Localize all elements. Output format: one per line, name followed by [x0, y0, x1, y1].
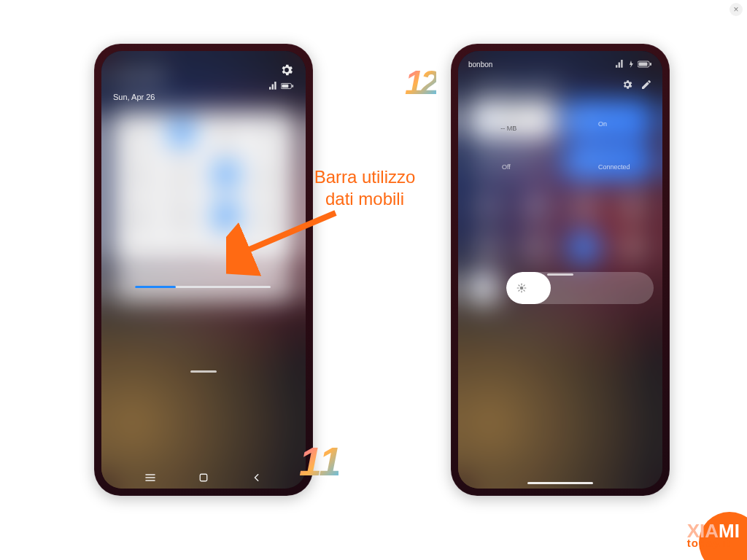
settings-icon[interactable]: [279, 63, 294, 77]
phone-frame-miui12: bonbon Control center Unknown data-- MBB…: [451, 44, 670, 496]
svg-line-36: [519, 290, 519, 291]
svg-rect-23: [200, 474, 206, 481]
miui11-badge: 11: [299, 438, 338, 485]
card-subtitle: Off: [502, 163, 535, 171]
annotation-label: Barra utilizzodati mobili: [285, 166, 445, 210]
screen-miui11: 6:19 Sun, Apr 26 Mobile dataXiaom…Flashl…: [101, 51, 306, 489]
slider-track[interactable]: [135, 286, 271, 288]
svg-line-35: [524, 290, 525, 291]
status-user-label: bonbon: [468, 61, 492, 69]
edit-icon[interactable]: [640, 79, 652, 90]
svg-rect-26: [650, 63, 651, 66]
shade-drag-handle[interactable]: [190, 370, 217, 373]
card-subtitle: Connected: [598, 163, 635, 171]
brightness-slider[interactable]: [506, 272, 654, 304]
status-icons-right: [616, 60, 652, 69]
cc-drag-handle[interactable]: [547, 273, 573, 276]
nav-home-icon[interactable]: [198, 472, 209, 483]
card-subtitle: On: [598, 120, 632, 128]
svg-point-29: [520, 287, 524, 290]
svg-rect-1: [282, 85, 288, 88]
close-icon[interactable]: ×: [729, 3, 743, 16]
nav-bar: [101, 472, 306, 483]
svg-line-37: [524, 285, 525, 286]
brightness-icon: [516, 283, 527, 293]
gesture-bar[interactable]: [527, 482, 593, 484]
miui12-badge: 12: [405, 63, 436, 102]
nav-back-icon[interactable]: [252, 472, 262, 483]
status-bar: bonbon: [458, 51, 662, 73]
nav-menu-icon[interactable]: [145, 472, 155, 483]
status-icons-right: [269, 82, 294, 90]
date-label: Sun, Apr 26: [113, 93, 163, 101]
phone-frame-miui11: 6:19 Sun, Apr 26 Mobile dataXiaom…Flashl…: [94, 44, 313, 496]
svg-rect-2: [292, 85, 293, 88]
settings-icon[interactable]: [622, 79, 633, 90]
card-subtitle: -- MB: [500, 125, 549, 132]
screen-miui12: bonbon Control center Unknown data-- MBB…: [458, 51, 662, 489]
svg-line-34: [519, 285, 519, 286]
watermark: XIAMI today.it: [686, 499, 747, 560]
svg-rect-25: [639, 63, 648, 66]
